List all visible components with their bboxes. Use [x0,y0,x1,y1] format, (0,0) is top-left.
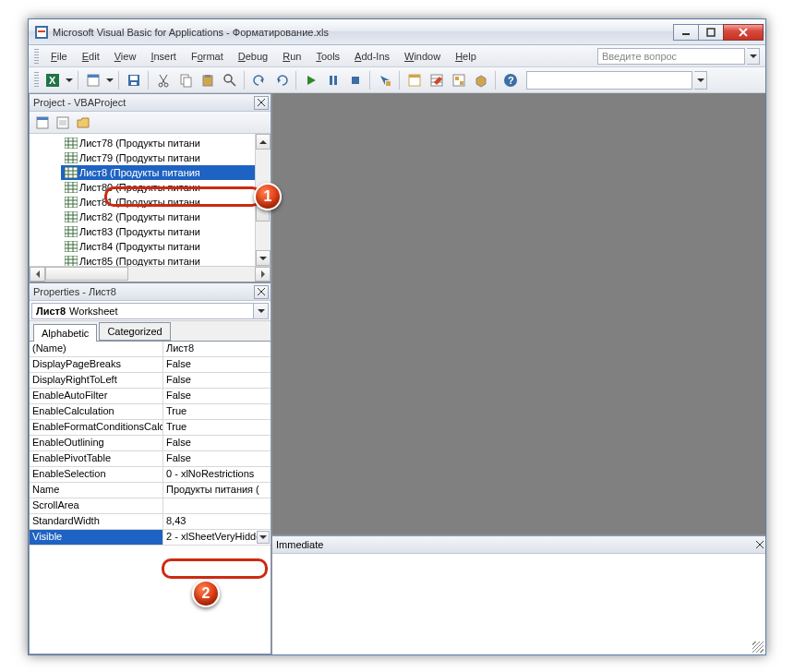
find-button[interactable] [220,70,240,90]
menubar-grip[interactable] [34,49,39,64]
view-object-button[interactable] [54,114,72,132]
properties-button[interactable] [427,70,447,90]
properties-grid[interactable]: (Name)Лист8DisplayPageBreaksFalseDisplay… [30,342,271,654]
toolbox-button[interactable] [471,70,491,90]
tree-item[interactable]: Лист8 (Продукты питания [61,165,271,180]
insert-dropdown[interactable] [105,78,114,82]
property-name: EnableCalculation [30,404,163,419]
object-browser-button[interactable] [449,70,469,90]
property-row[interactable]: ScrollArea [30,498,271,514]
property-value[interactable]: False [163,451,271,466]
property-row[interactable]: EnableFormatConditionsCalculationTrue [30,420,271,436]
property-row[interactable]: NameПродукты питания ( [30,483,271,498]
property-value[interactable]: True [163,404,271,419]
project-explorer-button[interactable] [404,70,425,90]
svg-rect-10 [88,75,99,78]
callout-badge-2: 2 [192,580,220,607]
toolbar-grip[interactable] [34,72,39,89]
property-row[interactable]: EnableSelection0 - xlNoRestrictions [30,467,271,483]
property-value[interactable]: False [163,389,271,403]
svg-rect-39 [455,77,459,80]
tree-item[interactable]: Лист85 (Продукты питани [61,254,271,266]
menu-debug[interactable]: Debug [232,48,274,65]
resize-grip[interactable] [752,642,764,653]
run-button[interactable] [301,70,321,90]
property-row[interactable]: DisplayPageBreaksFalse [30,357,271,373]
menu-file[interactable]: File [44,48,74,65]
break-button[interactable] [323,70,343,90]
property-row[interactable]: DisplayRightToLeftFalse [30,373,271,389]
tree-item[interactable]: Лист80 (Продукты питани [61,180,271,195]
copy-button[interactable] [175,70,196,90]
property-value[interactable] [163,498,271,513]
immediate-close[interactable] [756,539,764,550]
worksheet-icon [65,167,78,178]
menu-window[interactable]: Window [398,48,447,65]
properties-object-dropdown[interactable] [254,303,269,319]
design-mode-button[interactable] [375,70,395,90]
tree-item[interactable]: Лист83 (Продукты питани [61,224,271,239]
cut-button[interactable] [153,70,174,90]
tree-scrollbar-h[interactable] [30,266,271,282]
ask-question-box[interactable]: Введите вопрос [597,48,745,65]
save-button[interactable] [124,70,144,90]
view-excel-dropdown[interactable] [65,78,74,82]
property-row[interactable]: (Name)Лист8 [30,342,271,357]
menu-run[interactable]: Run [276,48,307,65]
property-dropdown-arrow[interactable] [257,531,270,544]
property-row[interactable]: EnableOutliningFalse [30,436,271,451]
tree-item[interactable]: Лист82 (Продукты питани [61,210,271,224]
immediate-body[interactable] [272,554,765,654]
close-button[interactable] [723,24,764,41]
property-name: EnableAutoFilter [30,389,163,403]
view-code-button[interactable] [33,114,52,132]
properties-panel-close[interactable] [254,285,269,299]
property-value[interactable]: 0 - xlNoRestrictions [163,467,271,482]
maximize-button[interactable] [698,24,724,41]
property-value[interactable]: False [163,436,271,450]
project-explorer-panel: Project - VBAProject Лист78 (Продукты пи… [29,93,271,282]
property-row[interactable]: Visible2 - xlSheetVeryHidden [30,530,271,546]
toggle-folders-button[interactable] [74,114,92,132]
toolbar-searchbox[interactable] [526,71,692,90]
minimize-button[interactable] [673,24,699,41]
properties-object-selector[interactable]: Лист8Worksheet [31,303,254,319]
menu-format[interactable]: Format [185,48,230,65]
tree-item-label: Лист78 (Продукты питани [79,138,200,149]
tab-alphabetic[interactable]: Alphabetic [33,324,97,342]
tree-item[interactable]: Лист84 (Продукты питани [61,239,271,254]
redo-button[interactable] [271,70,292,90]
property-value[interactable]: Лист8 [163,342,271,356]
property-row[interactable]: EnablePivotTableFalse [30,451,271,467]
menu-insert[interactable]: Insert [144,48,183,65]
property-value[interactable]: Продукты питания ( [163,483,271,498]
insert-button[interactable] [83,70,103,90]
property-row[interactable]: EnableCalculationTrue [30,404,271,420]
menu-edit[interactable]: Edit [76,48,106,65]
property-row[interactable]: EnableAutoFilterFalse [30,389,271,404]
view-excel-button[interactable]: X [42,70,63,90]
ask-question-dropdown[interactable] [747,48,760,65]
menu-addins[interactable]: Add-Ins [348,48,396,65]
property-value[interactable]: False [163,373,271,388]
svg-rect-64 [65,182,78,193]
tree-item[interactable]: Лист81 (Продукты питани [61,195,271,210]
project-panel-close[interactable] [254,96,269,110]
menu-help[interactable]: Help [449,48,483,65]
help-button[interactable]: ? [500,70,521,90]
property-value[interactable]: True [163,420,271,435]
tree-item[interactable]: Лист78 (Продукты питани [61,136,271,150]
reset-button[interactable] [345,70,366,90]
property-value[interactable]: 2 - xlSheetVeryHidden [163,530,271,545]
menu-view[interactable]: View [108,48,143,65]
property-value[interactable]: 8,43 [163,514,271,529]
property-row[interactable]: StandardWidth8,43 [30,514,271,530]
menu-tools[interactable]: Tools [309,48,346,65]
tree-item[interactable]: Лист79 (Продукты питани [61,150,271,165]
project-tree[interactable]: Лист78 (Продукты питаниЛист79 (Продукты … [30,134,271,266]
toolbar-search-dropdown[interactable] [694,71,707,90]
property-value[interactable]: False [163,357,271,372]
tab-categorized[interactable]: Categorized [99,322,170,341]
paste-button[interactable] [198,70,218,90]
undo-button[interactable] [249,70,270,90]
